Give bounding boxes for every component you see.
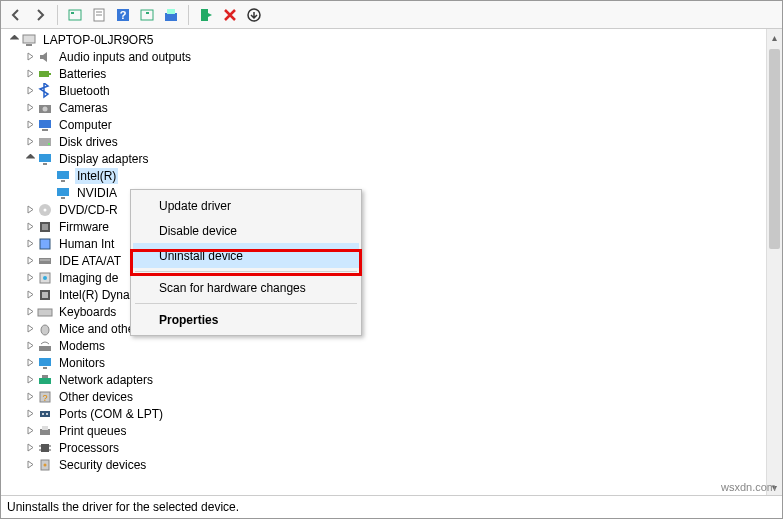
category-label: Monitors (57, 355, 107, 371)
expand-icon[interactable] (7, 33, 21, 47)
vertical-scrollbar[interactable]: ▴ ▾ (766, 29, 782, 495)
category-other[interactable]: ? Other devices (1, 388, 766, 405)
expand-icon[interactable] (23, 305, 37, 319)
expand-icon[interactable] (23, 441, 37, 455)
device-tree[interactable]: LAPTOP-0LJR9OR5 Audio inputs and outputs… (1, 29, 766, 495)
status-bar: Uninstalls the driver for the selected d… (1, 496, 782, 518)
category-bluetooth[interactable]: Bluetooth (1, 82, 766, 99)
expand-icon[interactable] (23, 67, 37, 81)
status-text: Uninstalls the driver for the selected d… (7, 500, 239, 514)
category-security[interactable]: Security devices (1, 456, 766, 473)
show-hidden-button[interactable] (64, 4, 86, 26)
mice-icon (37, 321, 53, 337)
category-cameras[interactable]: Cameras (1, 99, 766, 116)
update-driver-toolbar-button[interactable] (160, 4, 182, 26)
category-label: Disk drives (57, 134, 120, 150)
forward-button[interactable] (29, 4, 51, 26)
expand-icon[interactable] (23, 84, 37, 98)
category-label: Ports (COM & LPT) (57, 406, 165, 422)
expand-icon[interactable] (23, 254, 37, 268)
expand-icon[interactable] (23, 101, 37, 115)
expand-icon[interactable] (23, 390, 37, 404)
svg-rect-20 (42, 129, 48, 131)
expand-icon[interactable] (23, 220, 37, 234)
expand-icon[interactable] (23, 458, 37, 472)
scroll-thumb[interactable] (769, 49, 780, 249)
menu-uninstall[interactable]: Uninstall device (133, 243, 359, 268)
category-diskdrives[interactable]: Disk drives (1, 133, 766, 150)
category-audio[interactable]: Audio inputs and outputs (1, 48, 766, 65)
svg-rect-46 (42, 375, 48, 378)
category-human[interactable]: Human Int (1, 235, 766, 252)
expand-icon[interactable] (23, 152, 37, 166)
svg-rect-33 (40, 239, 50, 249)
down-arrow-toolbar-button[interactable] (243, 4, 265, 26)
expand-icon[interactable] (23, 118, 37, 132)
expand-icon[interactable] (23, 288, 37, 302)
expand-icon[interactable] (23, 50, 37, 64)
device-intel[interactable]: Intel(R) (1, 167, 766, 184)
svg-point-30 (44, 208, 47, 211)
tree-root[interactable]: LAPTOP-0LJR9OR5 (1, 31, 766, 48)
menu-disable[interactable]: Disable device (133, 218, 359, 243)
help-button[interactable]: ? (112, 4, 134, 26)
category-processors[interactable]: Processors (1, 439, 766, 456)
category-dvdcd[interactable]: DVD/CD-R (1, 201, 766, 218)
svg-rect-0 (69, 10, 81, 20)
category-display[interactable]: Display adapters (1, 150, 766, 167)
back-button[interactable] (5, 4, 27, 26)
expand-icon[interactable] (23, 237, 37, 251)
category-label: Audio inputs and outputs (57, 49, 193, 65)
monitors-icon (37, 355, 53, 371)
expand-icon[interactable] (23, 339, 37, 353)
display-icon (37, 151, 53, 167)
ports-icon (37, 406, 53, 422)
category-computer[interactable]: Computer (1, 116, 766, 133)
menu-update[interactable]: Update driver (133, 193, 359, 218)
category-ports[interactable]: Ports (COM & LPT) (1, 405, 766, 422)
category-monitors[interactable]: Monitors (1, 354, 766, 371)
expand-icon[interactable] (23, 322, 37, 336)
svg-rect-54 (41, 444, 49, 452)
category-firmware[interactable]: Firmware (1, 218, 766, 235)
category-mice[interactable]: Mice and other pointing devices (1, 320, 766, 337)
category-imaging[interactable]: Imaging de (1, 269, 766, 286)
menu-separator (135, 271, 357, 272)
svg-point-60 (44, 463, 47, 466)
category-keyboards[interactable]: Keyboards (1, 303, 766, 320)
expand-icon[interactable] (23, 373, 37, 387)
scan-hardware-toolbar-button[interactable] (136, 4, 158, 26)
ide-icon (37, 253, 53, 269)
svg-rect-45 (39, 378, 51, 384)
category-modems[interactable]: Modems (1, 337, 766, 354)
expand-icon[interactable] (23, 271, 37, 285)
category-printq[interactable]: Print queues (1, 422, 766, 439)
menu-label: Properties (159, 313, 218, 327)
device-nvidia[interactable]: NVIDIA (1, 184, 766, 201)
menu-label: Update driver (159, 199, 231, 213)
svg-point-37 (43, 276, 47, 280)
menu-props[interactable]: Properties (133, 307, 359, 332)
category-label: Computer (57, 117, 114, 133)
dvdcd-icon (37, 202, 53, 218)
scroll-up-icon[interactable]: ▴ (767, 29, 782, 45)
category-batteries[interactable]: Batteries (1, 65, 766, 82)
category-label: Keyboards (57, 304, 118, 320)
expand-icon[interactable] (23, 203, 37, 217)
expand-icon[interactable] (23, 424, 37, 438)
category-label: Bluetooth (57, 83, 112, 99)
category-label: Display adapters (57, 151, 150, 167)
uninstall-toolbar-button[interactable] (219, 4, 241, 26)
device-manager-window: ? LAPTOP-0LJR9OR5 Audio inputs and outpu… (0, 0, 783, 519)
menu-label: Uninstall device (159, 249, 243, 263)
enable-device-toolbar-button[interactable] (195, 4, 217, 26)
expand-icon[interactable] (23, 407, 37, 421)
expand-icon[interactable] (23, 135, 37, 149)
category-dptf[interactable]: Intel(R) Dynamic Platform and Thermal Fr… (1, 286, 766, 303)
category-label: Security devices (57, 457, 148, 473)
properties-toolbar-button[interactable] (88, 4, 110, 26)
menu-scan[interactable]: Scan for hardware changes (133, 275, 359, 300)
category-network[interactable]: Network adapters (1, 371, 766, 388)
expand-icon[interactable] (23, 356, 37, 370)
category-ide[interactable]: IDE ATA/AT (1, 252, 766, 269)
